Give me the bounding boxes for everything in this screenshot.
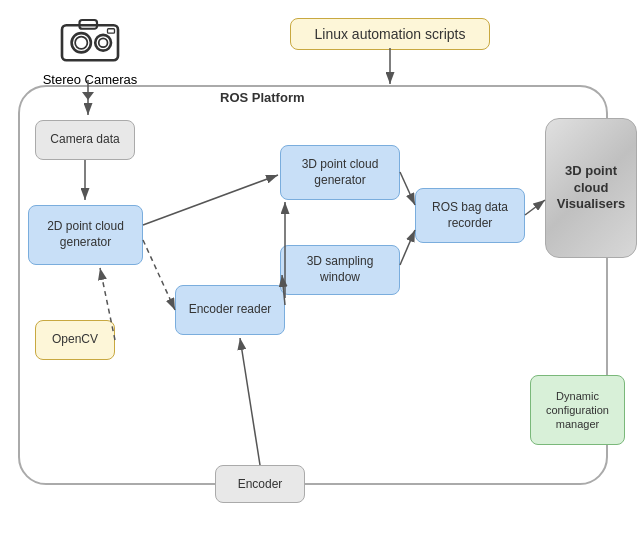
- svg-point-4: [99, 38, 108, 47]
- visualisers-label: 3D point cloud Visualisers: [554, 163, 628, 214]
- sampling-3d-node: 3D sampling window: [280, 245, 400, 295]
- ros-platform-label: ROS Platform: [220, 90, 305, 105]
- svg-point-2: [75, 37, 87, 49]
- opencv-node: OpenCV: [35, 320, 115, 360]
- gen-2d-label: 2D point cloud generator: [37, 219, 134, 250]
- sampling-3d-label: 3D sampling window: [289, 254, 391, 285]
- gen-3d-label: 3D point cloud generator: [289, 157, 391, 188]
- dyn-config-label: Dynamic configuration manager: [539, 389, 616, 432]
- camera-icon: [55, 10, 125, 65]
- diagram-container: Stereo Cameras Linux automation scripts …: [0, 0, 640, 533]
- svg-point-3: [95, 35, 111, 51]
- encoder-ext-label: Encoder: [238, 477, 283, 491]
- opencv-label: OpenCV: [52, 332, 98, 348]
- gen-3d-node: 3D point cloud generator: [280, 145, 400, 200]
- visualisers-node: 3D point cloud Visualisers: [545, 118, 637, 258]
- camera-data-node: Camera data: [35, 120, 135, 160]
- dyn-config-node: Dynamic configuration manager: [530, 375, 625, 445]
- ros-bag-node: ROS bag data recorder: [415, 188, 525, 243]
- svg-rect-6: [108, 29, 115, 33]
- encoder-ext-node: Encoder: [215, 465, 305, 503]
- stereo-camera-area: Stereo Cameras: [40, 10, 140, 87]
- gen-2d-node: 2D point cloud generator: [28, 205, 143, 265]
- linux-automation-label: Linux automation scripts: [315, 25, 466, 43]
- ros-bag-label: ROS bag data recorder: [424, 200, 516, 231]
- linux-automation-box: Linux automation scripts: [290, 18, 490, 50]
- camera-data-label: Camera data: [50, 132, 119, 148]
- encoder-reader-label: Encoder reader: [189, 302, 272, 318]
- encoder-reader-node: Encoder reader: [175, 285, 285, 335]
